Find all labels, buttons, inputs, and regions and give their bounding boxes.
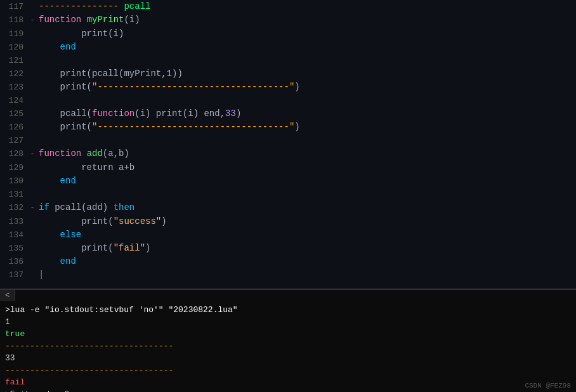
line-number: 127 xyxy=(0,134,29,147)
line-number: 128 xyxy=(0,147,29,160)
line-content: print("---------------------------------… xyxy=(36,121,300,134)
line-content xyxy=(36,134,44,147)
terminal-line: ---------------------------------- xyxy=(5,364,571,376)
terminal-panel: < >lua -e "io.stdout:setvbuf 'no'" "2023… xyxy=(0,289,576,392)
line-number: 121 xyxy=(0,54,29,67)
line-number: 123 xyxy=(0,81,29,94)
code-line: 127 xyxy=(0,134,576,147)
code-line: 119 print(i) xyxy=(0,27,576,41)
code-line: 137 | xyxy=(0,268,576,282)
line-number: 125 xyxy=(0,107,29,121)
terminal-line: 1 xyxy=(5,316,571,328)
line-number: 120 xyxy=(0,41,29,54)
code-line: 135 print("fail") xyxy=(0,242,576,255)
code-line: 133 print("success") xyxy=(0,215,576,228)
line-content: print(pcall(myPrint,1)) xyxy=(36,67,183,81)
line-content: print("fail") xyxy=(36,242,150,255)
line-content: end xyxy=(36,41,76,54)
terminal-line: fail xyxy=(5,376,571,388)
code-line: 126 print("-----------------------------… xyxy=(0,121,576,134)
code-line: 134 else xyxy=(0,228,576,242)
line-content: end xyxy=(36,174,76,188)
line-content xyxy=(36,54,44,67)
terminal-line: >Exit code: 0 xyxy=(5,388,571,392)
terminal-line: >lua -e "io.stdout:setvbuf 'no'" "202308… xyxy=(5,304,571,316)
line-number: 124 xyxy=(0,94,29,107)
watermark: CSDN @FEZ98 xyxy=(525,382,571,389)
fold-marker: - xyxy=(29,202,36,215)
line-content: function add(a,b) xyxy=(36,147,129,160)
line-number: 134 xyxy=(0,228,29,242)
code-line: 123 print("-----------------------------… xyxy=(0,81,576,94)
line-content: --------------- pcall xyxy=(36,0,150,13)
line-content: end xyxy=(36,255,76,268)
line-number: 135 xyxy=(0,242,29,255)
line-number: 136 xyxy=(0,255,29,268)
terminal-line: ---------------------------------- xyxy=(5,340,571,352)
line-content: function myPrint(i) xyxy=(36,13,140,27)
line-number: 122 xyxy=(0,67,29,81)
line-content: print("success") xyxy=(36,215,167,228)
line-number: 126 xyxy=(0,121,29,134)
terminal-line: 33 xyxy=(5,352,571,364)
code-line: 117 --------------- pcall xyxy=(0,0,576,13)
line-content: else xyxy=(36,228,81,242)
code-line: 124 xyxy=(0,94,576,107)
line-content: if pcall(add) then xyxy=(36,201,134,214)
terminal-content: >lua -e "io.stdout:setvbuf 'no'" "202308… xyxy=(0,301,576,392)
code-line: 122 print(pcall(myPrint,1)) xyxy=(0,67,576,81)
line-number: 130 xyxy=(0,174,29,188)
code-line: 132-if pcall(add) then xyxy=(0,201,576,215)
code-line: 128-function add(a,b) xyxy=(0,147,576,161)
line-number: 137 xyxy=(0,268,29,282)
code-line: 131 xyxy=(0,188,576,201)
line-content xyxy=(36,188,44,201)
code-line: 136 end xyxy=(0,255,576,268)
line-content: pcall(function(i) print(i) end,33) xyxy=(36,107,241,121)
line-content xyxy=(36,94,44,107)
line-number: 133 xyxy=(0,215,29,228)
code-line: 118-function myPrint(i) xyxy=(0,13,576,27)
fold-marker: - xyxy=(29,14,36,27)
code-line: 121 xyxy=(0,54,576,67)
line-number: 119 xyxy=(0,27,29,41)
terminal-line: true xyxy=(5,328,571,340)
line-number: 117 xyxy=(0,0,29,13)
fold-marker: - xyxy=(29,148,36,161)
line-content: print("---------------------------------… xyxy=(36,81,300,94)
code-line: 129 return a+b xyxy=(0,161,576,174)
code-line: 125 pcall(function(i) print(i) end,33) xyxy=(0,107,576,121)
code-line: 130 end xyxy=(0,174,576,188)
line-number: 132 xyxy=(0,201,29,214)
code-line: 120 end xyxy=(0,41,576,54)
line-content: | xyxy=(36,268,44,282)
line-content: return a+b xyxy=(36,161,134,174)
line-content: print(i) xyxy=(36,27,124,41)
line-number: 118 xyxy=(0,13,29,27)
code-editor: 117 --------------- pcall118-function my… xyxy=(0,0,576,289)
line-number: 129 xyxy=(0,161,29,174)
terminal-tab[interactable]: < xyxy=(0,290,15,301)
line-number: 131 xyxy=(0,188,29,201)
